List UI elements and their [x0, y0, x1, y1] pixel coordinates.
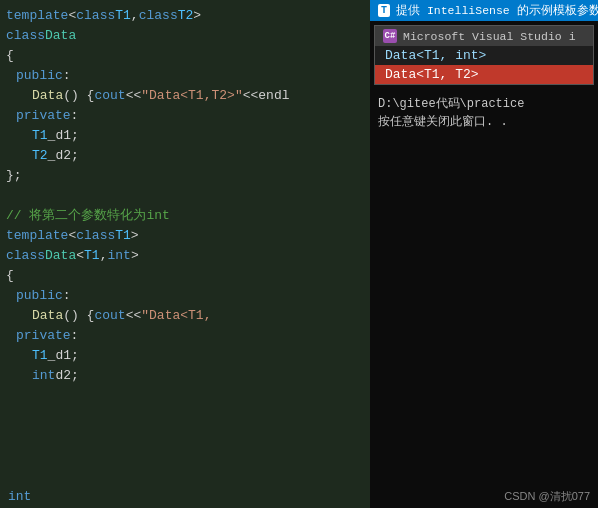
type-name: Data — [45, 26, 76, 46]
string-literal: "Data<T1, — [141, 86, 211, 106]
vs-item-1[interactable]: Data<T1, int> — [375, 46, 593, 65]
punct: : — [63, 66, 71, 86]
punct: < — [68, 6, 76, 26]
punct: }; — [6, 166, 22, 186]
string-literal: "Data<T1, — [141, 306, 211, 326]
punct: { — [6, 46, 14, 66]
intellisense-text: 提供 IntelliSense 的示例模板参数 — [396, 3, 598, 18]
code-line: public: — [0, 66, 370, 86]
code-line: public: — [0, 286, 370, 306]
code-editor: template<class T1, class T2> class Data … — [0, 0, 370, 508]
vs-popup-header: C# Microsoft Visual Studio i — [375, 26, 593, 46]
type-param: T1 — [32, 346, 48, 366]
type-param: T2 — [178, 6, 194, 26]
code-line: private: — [0, 106, 370, 126]
keyword: private — [16, 106, 71, 126]
code-line: int d2; — [0, 366, 370, 386]
function-name: Data — [32, 306, 63, 326]
code-line: // 将第二个参数特化为int — [0, 206, 370, 226]
punct: : — [71, 326, 79, 346]
keyword: class — [139, 6, 178, 26]
type-name: Data — [45, 246, 76, 266]
punct: << — [126, 86, 142, 106]
type-param: T1 — [84, 246, 100, 266]
code-line — [0, 186, 370, 206]
type-param: T1 — [32, 126, 48, 146]
code-line: Data() { cout << "Data<T1, — [0, 306, 370, 326]
vs-icon: C# — [383, 29, 397, 43]
code-line: class Data<T1, int> — [0, 246, 370, 266]
vs-popup-title: Microsoft Visual Studio i — [403, 30, 576, 43]
punct: << — [243, 86, 259, 106]
keyword: class — [6, 26, 45, 46]
keyword: private — [16, 326, 71, 346]
bottom-token: int — [8, 487, 31, 507]
punct: () { — [63, 86, 94, 106]
punct: > — [131, 226, 139, 246]
type-param: T1 — [115, 226, 131, 246]
type-param: T2 — [32, 146, 48, 166]
keyword: template — [6, 226, 68, 246]
keyword: class — [76, 6, 115, 26]
punct: << — [126, 306, 142, 326]
punct: , — [100, 246, 108, 266]
terminal-area: D:\gitee代码\practice 按任意键关闭此窗口. . — [370, 89, 598, 508]
intellisense-tag: T — [378, 4, 390, 17]
keyword: cout — [94, 306, 125, 326]
plain-text: _d2; — [48, 146, 79, 166]
punct: () { — [63, 306, 94, 326]
type-param: T1 — [115, 6, 131, 26]
punct: > — [131, 246, 139, 266]
code-line: Data() { cout << "Data<T1, T2>" << endl — [0, 86, 370, 106]
code-line: T1 _d1; — [0, 346, 370, 366]
keyword: class — [76, 226, 115, 246]
code-line: { — [0, 46, 370, 66]
code-line: template<class T1, class T2> — [0, 6, 370, 26]
punct: { — [6, 266, 14, 286]
bottom-bar: int — [0, 486, 370, 508]
punct: : — [63, 286, 71, 306]
function-name: Data — [32, 86, 63, 106]
plain-text: endl — [258, 86, 289, 106]
punct: , — [131, 6, 139, 26]
terminal-line-2: 按任意键关闭此窗口. . — [378, 113, 590, 131]
keyword: template — [6, 6, 68, 26]
punct: : — [71, 106, 79, 126]
keyword: public — [16, 286, 63, 306]
punct: < — [76, 246, 84, 266]
plain-text: _d1; — [48, 346, 79, 366]
intellisense-bar: T 提供 IntelliSense 的示例模板参数 — [370, 0, 598, 21]
code-line: T2 _d2; — [0, 146, 370, 166]
punct: > — [193, 6, 201, 26]
keyword: class — [6, 246, 45, 266]
vs-popup-items: Data<T1, int> Data<T1, T2> — [375, 46, 593, 84]
code-line: }; — [0, 166, 370, 186]
keyword: public — [16, 66, 63, 86]
plain-text: d2; — [55, 366, 78, 386]
code-line: { — [0, 266, 370, 286]
right-panel: T 提供 IntelliSense 的示例模板参数 C# Microsoft V… — [370, 0, 598, 508]
comment: // 将第二个参数特化为int — [6, 206, 170, 226]
terminal-line-1: D:\gitee代码\practice — [378, 95, 590, 113]
watermark: CSDN @清扰077 — [504, 489, 590, 504]
code-line: template <class T1> — [0, 226, 370, 246]
vs-item-2[interactable]: Data<T1, T2> — [375, 65, 593, 84]
keyword: int — [107, 246, 130, 266]
main-container: template<class T1, class T2> class Data … — [0, 0, 598, 508]
vs-popup: C# Microsoft Visual Studio i Data<T1, in… — [374, 25, 594, 85]
plain-text: _d1; — [48, 126, 79, 146]
string-cont: T2>" — [211, 86, 242, 106]
code-line: T1 _d1; — [0, 126, 370, 146]
punct: < — [68, 226, 76, 246]
code-line: class Data — [0, 26, 370, 46]
keyword: cout — [94, 86, 125, 106]
code-line: private: — [0, 326, 370, 346]
keyword: int — [32, 366, 55, 386]
